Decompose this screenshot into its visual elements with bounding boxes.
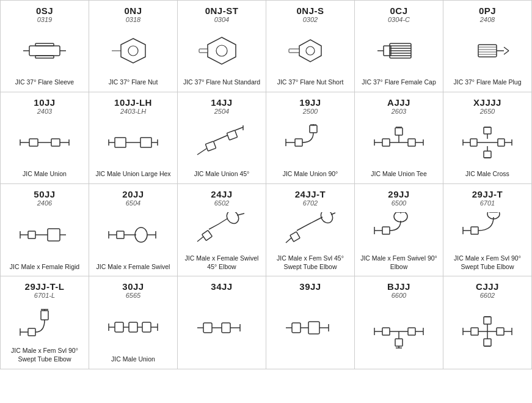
svg-rect-115 <box>28 328 35 336</box>
svg-rect-82 <box>28 231 35 238</box>
fitting-cell: 24JJ-T6702 JIC Male x Fem Svl 45° Swept … <box>266 184 355 276</box>
svg-rect-22 <box>478 45 497 57</box>
svg-rect-34 <box>51 139 60 146</box>
fitting-cell: 0NJ-S0302 JIC 37° Flare Nut Short <box>266 1 355 92</box>
fitting-cell: 10JJ2403 JIC Male Union <box>1 92 89 184</box>
svg-rect-131 <box>222 323 230 333</box>
fitting-cell: 19JJ2500 JIC Male Union 90° <box>266 92 355 184</box>
fitting-image <box>3 301 86 344</box>
fitting-image <box>180 26 263 76</box>
svg-rect-41 <box>140 138 151 147</box>
fitting-label: JIC Male Union 90° <box>283 170 338 179</box>
fitting-label: JIC Male Union <box>23 170 67 179</box>
fitting-title: 29JJ <box>388 189 409 199</box>
svg-marker-5 <box>121 39 145 63</box>
svg-rect-58 <box>382 139 390 146</box>
fitting-code: 2403-LH <box>120 108 146 115</box>
svg-rect-159 <box>484 317 491 324</box>
fitting-image <box>92 26 175 76</box>
fitting-title: 0SJ <box>36 6 53 16</box>
svg-rect-1 <box>35 43 54 46</box>
svg-point-6 <box>128 46 138 56</box>
fitting-cell: 39JJ <box>266 276 355 369</box>
fitting-cell: 0SJ0319 JIC 37° Flare Sleeve <box>1 1 89 92</box>
fitting-label: JIC Male x Fem Swivel 90° Elbow <box>357 254 440 271</box>
fitting-title: 50JJ <box>34 189 55 199</box>
svg-rect-155 <box>497 328 504 335</box>
svg-line-48 <box>235 127 243 130</box>
svg-point-90 <box>135 227 147 242</box>
svg-rect-135 <box>292 323 301 333</box>
fitting-label: JIC Male x Female Rigid <box>10 263 79 272</box>
fitting-cell: 0NJ-ST0304 JIC 37° Flare Nut Standard <box>178 1 266 92</box>
fitting-image <box>92 301 175 353</box>
fitting-image <box>269 117 352 168</box>
svg-line-97 <box>286 238 291 243</box>
svg-point-104 <box>394 212 407 222</box>
fitting-code: 6600 <box>392 292 406 299</box>
fitting-title: 10JJ-LH <box>114 97 152 108</box>
fitting-label: JIC Male x Female Swivel 45° Elbow <box>180 254 263 271</box>
svg-rect-123 <box>129 322 137 332</box>
fitting-code: 0318 <box>126 16 140 23</box>
svg-rect-103 <box>382 227 390 234</box>
fitting-image <box>180 117 263 168</box>
fitting-title: 0NJ-ST <box>205 6 239 16</box>
svg-rect-162 <box>484 339 491 346</box>
svg-line-29 <box>504 51 509 54</box>
fitting-code: 2500 <box>303 108 318 115</box>
fitting-code: 2504 <box>214 108 229 115</box>
fitting-label: JIC Male Union <box>111 355 155 364</box>
fitting-cell: 50JJ2406 JIC Male x Female Rigid <box>1 184 89 276</box>
svg-rect-153 <box>471 328 478 335</box>
svg-rect-121 <box>115 322 123 332</box>
fitting-code: 2403 <box>37 108 52 115</box>
svg-marker-11 <box>299 40 321 62</box>
fitting-image <box>92 117 175 168</box>
fitting-title: 0CJ <box>390 6 407 16</box>
fitting-code: 6502 <box>214 199 229 207</box>
fitting-title: 0NJ-S <box>296 6 324 16</box>
svg-line-28 <box>504 47 509 51</box>
fitting-label: JIC Male Cross <box>465 170 509 179</box>
fitting-cell: AJJJ2603 JIC Male Union Tee <box>355 92 443 184</box>
fitting-image <box>92 209 175 261</box>
svg-rect-148 <box>395 339 403 346</box>
fitting-code: 6565 <box>126 292 140 299</box>
fitting-label: JIC Male x Fem Svl 90° Swept Tube Elbow <box>3 347 86 363</box>
svg-rect-129 <box>203 323 212 333</box>
svg-rect-109 <box>471 227 478 234</box>
svg-rect-13 <box>289 49 299 53</box>
fitting-image <box>269 26 352 76</box>
svg-rect-47 <box>227 130 237 140</box>
fitting-image <box>3 117 86 168</box>
fitting-label: JIC 37° Flare Nut Short <box>277 78 344 87</box>
svg-rect-10 <box>199 49 208 53</box>
fitting-title: 34JJ <box>211 281 232 292</box>
fitting-cell: 10JJ-LH2403-LH JIC Male Union Large Hex <box>89 92 178 184</box>
fitting-title: 20JJ <box>122 189 144 199</box>
fitting-cell: 29JJ6500 JIC Male x Fem Swivel 90° Elbow <box>355 184 443 276</box>
fitting-image <box>3 209 86 261</box>
fitting-code: 0304 <box>214 16 229 23</box>
svg-point-9 <box>216 45 227 56</box>
fitting-cell: 29JJ-T6701 JIC Male x Fem Svl 90° Swept … <box>443 184 532 276</box>
fitting-title: 29JJ-T-L <box>25 281 65 292</box>
svg-point-12 <box>306 46 315 55</box>
fitting-code: 2406 <box>37 199 52 207</box>
fitting-image <box>357 26 440 76</box>
svg-rect-2 <box>35 56 54 58</box>
svg-rect-69 <box>470 139 477 146</box>
fitting-title: 24JJ <box>211 189 232 199</box>
fitting-code: 6500 <box>392 199 406 207</box>
svg-rect-53 <box>310 125 317 133</box>
fitting-code: 6701-L <box>34 292 55 299</box>
fitting-title: AJJJ <box>387 97 410 108</box>
fitting-label: JIC Male x Fem Svl 45° Swept Tube Elbow <box>269 254 352 271</box>
fitting-title: XJJJJ <box>473 97 501 108</box>
fitting-image <box>357 209 440 252</box>
fitting-image <box>357 301 440 361</box>
fitting-title: 0PJ <box>479 6 496 16</box>
fitting-label: JIC Male Union Tee <box>371 170 426 179</box>
fitting-image <box>180 209 263 252</box>
